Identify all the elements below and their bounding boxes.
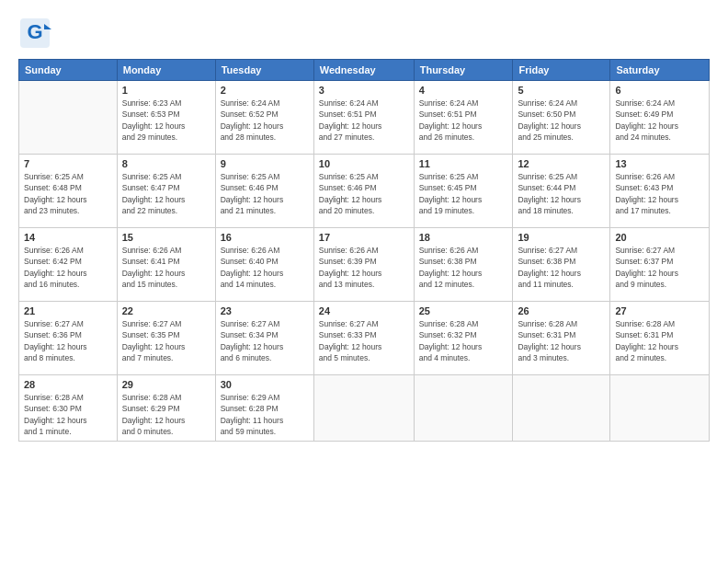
day-info: Sunrise: 6:23 AM Sunset: 6:53 PM Dayligh…	[122, 98, 210, 143]
calendar-cell	[414, 375, 513, 442]
calendar-cell: 26Sunrise: 6:28 AM Sunset: 6:31 PM Dayli…	[513, 302, 610, 375]
day-number: 18	[419, 232, 508, 243]
day-info: Sunrise: 6:27 AM Sunset: 6:38 PM Dayligh…	[518, 245, 605, 290]
day-number: 5	[518, 85, 605, 96]
day-info: Sunrise: 6:28 AM Sunset: 6:32 PM Dayligh…	[419, 318, 508, 363]
calendar-cell	[610, 375, 710, 442]
day-info: Sunrise: 6:25 AM Sunset: 6:45 PM Dayligh…	[419, 171, 508, 216]
day-number: 27	[615, 305, 704, 316]
day-info: Sunrise: 6:26 AM Sunset: 6:39 PM Dayligh…	[319, 245, 409, 290]
day-number: 1	[122, 85, 210, 96]
day-number: 29	[122, 379, 210, 390]
calendar-cell: 18Sunrise: 6:26 AM Sunset: 6:38 PM Dayli…	[414, 228, 513, 302]
page: G SundayMondayTuesdayWednesdayThursdayFr…	[0, 0, 728, 563]
calendar-cell: 16Sunrise: 6:26 AM Sunset: 6:40 PM Dayli…	[215, 228, 313, 302]
day-info: Sunrise: 6:25 AM Sunset: 6:48 PM Dayligh…	[24, 171, 112, 216]
calendar-cell: 15Sunrise: 6:26 AM Sunset: 6:41 PM Dayli…	[117, 228, 215, 302]
day-number: 17	[319, 232, 409, 243]
weekday-header-saturday: Saturday	[610, 60, 710, 81]
calendar-cell: 5Sunrise: 6:24 AM Sunset: 6:50 PM Daylig…	[513, 81, 610, 155]
day-info: Sunrise: 6:27 AM Sunset: 6:36 PM Dayligh…	[24, 318, 112, 363]
calendar-cell: 29Sunrise: 6:28 AM Sunset: 6:29 PM Dayli…	[117, 375, 215, 442]
logo: G	[18, 17, 51, 50]
day-number: 10	[319, 158, 409, 169]
svg-text:G: G	[27, 20, 42, 43]
day-info: Sunrise: 6:27 AM Sunset: 6:34 PM Dayligh…	[221, 318, 309, 363]
day-info: Sunrise: 6:29 AM Sunset: 6:28 PM Dayligh…	[221, 392, 309, 437]
calendar-cell: 25Sunrise: 6:28 AM Sunset: 6:32 PM Dayli…	[414, 302, 513, 375]
day-number: 24	[319, 305, 409, 316]
calendar-cell	[513, 375, 610, 442]
day-info: Sunrise: 6:26 AM Sunset: 6:38 PM Dayligh…	[419, 245, 508, 290]
day-info: Sunrise: 6:24 AM Sunset: 6:49 PM Dayligh…	[615, 98, 704, 143]
day-info: Sunrise: 6:24 AM Sunset: 6:51 PM Dayligh…	[319, 98, 409, 143]
day-number: 15	[122, 232, 210, 243]
calendar-cell: 23Sunrise: 6:27 AM Sunset: 6:34 PM Dayli…	[215, 302, 313, 375]
weekday-header-tuesday: Tuesday	[215, 60, 313, 81]
calendar-cell: 6Sunrise: 6:24 AM Sunset: 6:49 PM Daylig…	[610, 81, 710, 155]
day-number: 25	[419, 305, 508, 316]
day-number: 7	[24, 158, 112, 169]
day-info: Sunrise: 6:27 AM Sunset: 6:35 PM Dayligh…	[122, 318, 210, 363]
weekday-header-monday: Monday	[117, 60, 215, 81]
calendar-cell: 30Sunrise: 6:29 AM Sunset: 6:28 PM Dayli…	[215, 375, 313, 442]
day-number: 22	[122, 305, 210, 316]
calendar-cell	[313, 375, 414, 442]
weekday-header-wednesday: Wednesday	[313, 60, 414, 81]
day-number: 8	[122, 158, 210, 169]
day-number: 26	[518, 305, 605, 316]
calendar-cell: 22Sunrise: 6:27 AM Sunset: 6:35 PM Dayli…	[117, 302, 215, 375]
calendar-cell: 27Sunrise: 6:28 AM Sunset: 6:31 PM Dayli…	[610, 302, 710, 375]
weekday-header-friday: Friday	[513, 60, 610, 81]
calendar-cell: 9Sunrise: 6:25 AM Sunset: 6:46 PM Daylig…	[215, 155, 313, 228]
logo-icon: G	[18, 17, 51, 50]
calendar-cell: 19Sunrise: 6:27 AM Sunset: 6:38 PM Dayli…	[513, 228, 610, 302]
day-number: 23	[221, 305, 309, 316]
day-info: Sunrise: 6:27 AM Sunset: 6:37 PM Dayligh…	[615, 245, 704, 290]
calendar-cell: 11Sunrise: 6:25 AM Sunset: 6:45 PM Dayli…	[414, 155, 513, 228]
day-number: 11	[419, 158, 508, 169]
calendar-cell: 21Sunrise: 6:27 AM Sunset: 6:36 PM Dayli…	[19, 302, 118, 375]
calendar-header: SundayMondayTuesdayWednesdayThursdayFrid…	[19, 60, 710, 81]
day-number: 21	[24, 305, 112, 316]
day-number: 3	[319, 85, 409, 96]
day-info: Sunrise: 6:26 AM Sunset: 6:41 PM Dayligh…	[122, 245, 210, 290]
day-info: Sunrise: 6:26 AM Sunset: 6:43 PM Dayligh…	[615, 171, 704, 216]
day-info: Sunrise: 6:25 AM Sunset: 6:47 PM Dayligh…	[122, 171, 210, 216]
day-info: Sunrise: 6:28 AM Sunset: 6:31 PM Dayligh…	[615, 318, 704, 363]
day-number: 6	[615, 85, 704, 96]
day-info: Sunrise: 6:25 AM Sunset: 6:46 PM Dayligh…	[221, 171, 309, 216]
day-info: Sunrise: 6:25 AM Sunset: 6:44 PM Dayligh…	[518, 171, 605, 216]
day-info: Sunrise: 6:28 AM Sunset: 6:30 PM Dayligh…	[24, 392, 112, 437]
calendar-cell: 2Sunrise: 6:24 AM Sunset: 6:52 PM Daylig…	[215, 81, 313, 155]
day-number: 14	[24, 232, 112, 243]
day-number: 16	[221, 232, 309, 243]
day-number: 12	[518, 158, 605, 169]
header: G	[18, 17, 710, 50]
calendar-cell	[19, 81, 118, 155]
calendar-cell: 13Sunrise: 6:26 AM Sunset: 6:43 PM Dayli…	[610, 155, 710, 228]
day-info: Sunrise: 6:24 AM Sunset: 6:52 PM Dayligh…	[221, 98, 309, 143]
day-info: Sunrise: 6:24 AM Sunset: 6:51 PM Dayligh…	[419, 98, 508, 143]
calendar-table: SundayMondayTuesdayWednesdayThursdayFrid…	[18, 59, 710, 442]
day-number: 2	[221, 85, 309, 96]
calendar-cell: 8Sunrise: 6:25 AM Sunset: 6:47 PM Daylig…	[117, 155, 215, 228]
day-info: Sunrise: 6:28 AM Sunset: 6:31 PM Dayligh…	[518, 318, 605, 363]
calendar-cell: 4Sunrise: 6:24 AM Sunset: 6:51 PM Daylig…	[414, 81, 513, 155]
day-number: 20	[615, 232, 704, 243]
day-number: 19	[518, 232, 605, 243]
day-number: 9	[221, 158, 309, 169]
day-number: 13	[615, 158, 704, 169]
calendar-cell: 3Sunrise: 6:24 AM Sunset: 6:51 PM Daylig…	[313, 81, 414, 155]
calendar-cell: 20Sunrise: 6:27 AM Sunset: 6:37 PM Dayli…	[610, 228, 710, 302]
day-number: 30	[221, 379, 309, 390]
calendar-cell: 1Sunrise: 6:23 AM Sunset: 6:53 PM Daylig…	[117, 81, 215, 155]
calendar-cell: 10Sunrise: 6:25 AM Sunset: 6:46 PM Dayli…	[313, 155, 414, 228]
calendar-cell: 14Sunrise: 6:26 AM Sunset: 6:42 PM Dayli…	[19, 228, 118, 302]
calendar-cell: 17Sunrise: 6:26 AM Sunset: 6:39 PM Dayli…	[313, 228, 414, 302]
weekday-header-thursday: Thursday	[414, 60, 513, 81]
calendar-cell: 28Sunrise: 6:28 AM Sunset: 6:30 PM Dayli…	[19, 375, 118, 442]
day-info: Sunrise: 6:27 AM Sunset: 6:33 PM Dayligh…	[319, 318, 409, 363]
day-info: Sunrise: 6:26 AM Sunset: 6:40 PM Dayligh…	[221, 245, 309, 290]
day-number: 28	[24, 379, 112, 390]
